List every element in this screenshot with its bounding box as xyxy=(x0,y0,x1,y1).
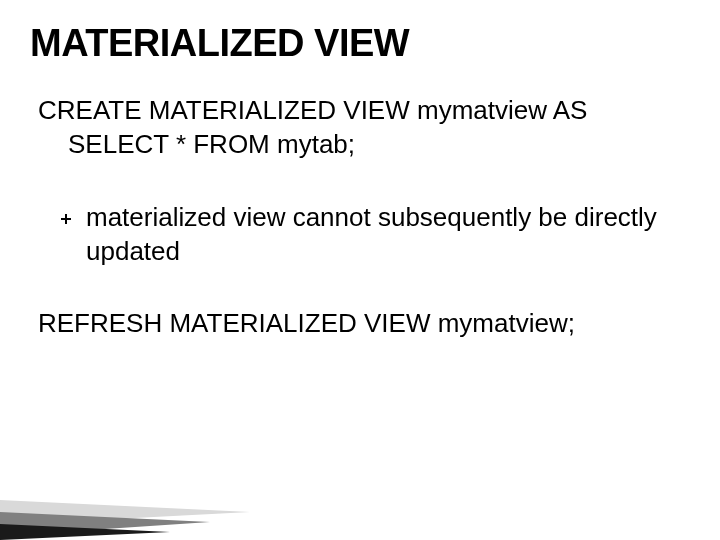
bullet-text: materialized view cannot subsequently be… xyxy=(86,200,690,269)
code-line: CREATE MATERIALIZED VIEW mymatview AS xyxy=(38,93,690,127)
slide-title: MATERIALIZED VIEW xyxy=(30,22,690,65)
code-block-create: CREATE MATERIALIZED VIEW mymatview AS SE… xyxy=(38,93,690,162)
slide: MATERIALIZED VIEW CREATE MATERIALIZED VI… xyxy=(0,0,720,540)
bullet-item: materialized view cannot subsequently be… xyxy=(38,200,690,269)
code-block-refresh: REFRESH MATERIALIZED VIEW mymatview; xyxy=(38,306,690,340)
slide-body: CREATE MATERIALIZED VIEW mymatview AS SE… xyxy=(30,93,690,341)
svg-marker-3 xyxy=(0,512,210,536)
code-line: SELECT * FROM mytab; xyxy=(38,127,690,161)
bullet-icon xyxy=(60,213,74,227)
svg-marker-4 xyxy=(0,524,170,540)
decorative-wedge xyxy=(0,450,260,540)
svg-marker-2 xyxy=(0,500,250,525)
